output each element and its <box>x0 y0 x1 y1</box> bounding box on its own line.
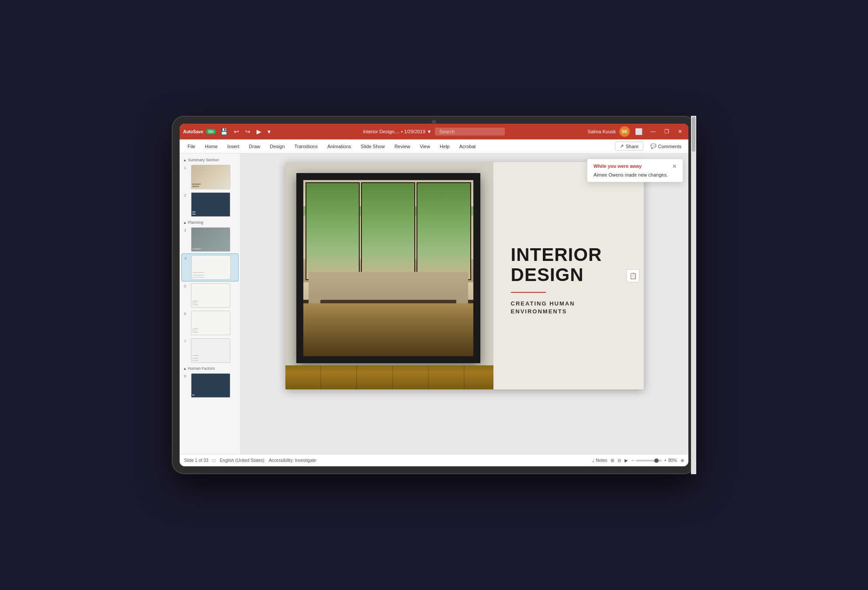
slide-thumb-8[interactable]: 8 ■■ <box>181 372 239 399</box>
window-pane-1 <box>306 182 360 280</box>
window-pane-3 <box>417 182 471 280</box>
restore-window-icon[interactable]: ⬜ <box>633 127 644 136</box>
restore-button[interactable]: ❐ <box>662 128 672 135</box>
tab-view[interactable]: View <box>415 142 434 151</box>
main-area: ▲ Summary Section 1 INTERIORDESIGN 2 ■■■… <box>180 153 688 454</box>
subtitle-line2: ENVIRONMENTS <box>511 308 567 315</box>
notes-button[interactable]: ♩ Notes <box>592 458 607 463</box>
notification-close-button[interactable]: ✕ <box>672 163 677 170</box>
slide-thumb-4[interactable]: 4 ─────────────────────────── <box>181 253 239 281</box>
section-label-human: Human Factors <box>188 366 215 371</box>
slide-thumb-3[interactable]: 3 PLANNING <box>181 226 239 253</box>
section-summary-1: ▲ Summary Section <box>180 156 240 163</box>
fit-page-icon[interactable]: ⊕ <box>681 458 684 463</box>
tab-design[interactable]: Design <box>265 142 289 151</box>
zoom-in-button[interactable]: + <box>664 458 667 463</box>
slide-thumb-5[interactable]: 5 ┌─┬─┐│ │ │└─┴─┘ <box>181 282 239 309</box>
slide-num-7: 7 <box>184 339 189 344</box>
accessibility-label[interactable]: Accessibility: Investigate <box>269 458 316 463</box>
file-title[interactable]: Interior Design.... • 1/29/2019 ▼ <box>363 129 432 134</box>
status-left: Slide 1 of 33 □ English (United States) … <box>184 458 587 463</box>
slide-num-6: 6 <box>184 312 189 316</box>
notification-title: While you were away <box>594 163 642 170</box>
tab-home[interactable]: Home <box>201 142 222 151</box>
user-name: Salma Kuusk <box>587 129 616 134</box>
zoom-slider[interactable] <box>636 460 662 462</box>
minimize-button[interactable]: — <box>648 128 658 135</box>
preview-text-1: INTERIORDESIGN <box>192 184 229 188</box>
section-label-1: Summary Section <box>188 158 219 162</box>
tab-transitions[interactable]: Transitions <box>290 142 322 151</box>
slide-thumb-6[interactable]: 6 ┌─┬─┐│ │ │└─┴─┘ <box>181 309 239 337</box>
zoom-slider-thumb <box>654 458 659 463</box>
close-button[interactable]: ✕ <box>675 128 685 135</box>
tab-file[interactable]: File <box>183 142 200 151</box>
slide-divider <box>511 292 546 293</box>
slide-num-5: 5 <box>184 284 189 288</box>
comments-button[interactable]: 💬 Comments <box>647 142 685 150</box>
customize-icon[interactable]: ▾ <box>266 127 272 136</box>
tab-animations[interactable]: Animations <box>323 142 355 151</box>
save-icon[interactable]: 💾 <box>219 127 229 136</box>
room-floor <box>303 303 473 356</box>
canvas-area[interactable]: While you were away ✕ Aimee Owens made n… <box>241 153 688 454</box>
tab-acrobat[interactable]: Acrobat <box>455 142 480 151</box>
tab-help[interactable]: Help <box>435 142 454 151</box>
slide-preview-3[interactable]: PLANNING <box>191 227 230 252</box>
present-icon[interactable]: ▶ <box>255 127 263 136</box>
slide-preview-4[interactable]: ─────────────────────────── <box>191 255 231 280</box>
slide-preview-2[interactable]: ■■■■■■ <box>191 192 230 217</box>
undo-icon[interactable]: ↩ <box>232 127 241 136</box>
slide-preview-5[interactable]: ┌─┬─┐│ │ │└─┴─┘ <box>191 283 230 308</box>
notes-icon: ♩ <box>592 458 594 463</box>
view-reading-icon[interactable]: ▶ <box>625 458 628 463</box>
window-pane-2 <box>361 182 415 280</box>
slide-preview-8[interactable]: ■■ <box>191 373 230 398</box>
slide-preview-6[interactable]: ┌─┬─┐│ │ │└─┴─┘ <box>191 311 230 335</box>
slide-num-3: 3 <box>184 228 189 233</box>
share-button[interactable]: ↗ Share <box>615 142 643 151</box>
tab-draw[interactable]: Draw <box>245 142 265 151</box>
slide-options-button[interactable]: 📋 <box>626 269 639 282</box>
slide-thumb-2[interactable]: 2 ■■■■■■ <box>181 191 239 218</box>
view-normal-icon[interactable]: ⊞ <box>611 458 614 463</box>
slide-canvas[interactable]: INTERIOR DESIGN CREATING HUMAN ENVIRONME… <box>285 162 644 389</box>
room-image-frame <box>296 173 480 363</box>
redo-icon[interactable]: ↪ <box>243 127 252 136</box>
title-line1: INTERIOR <box>511 244 602 265</box>
title-bar-left: AutoSave On 💾 ↩ ↪ ▶ ▾ <box>183 127 363 136</box>
section-arrow-1: ▲ <box>183 158 187 162</box>
notification-body: Aimee Owens made new changes. <box>594 172 677 177</box>
view-slide-icon[interactable]: ⊟ <box>618 458 621 463</box>
tab-review[interactable]: Review <box>390 142 414 151</box>
section-planning: ▲ Planning <box>180 219 240 226</box>
slide-thumb-1[interactable]: 1 INTERIORDESIGN <box>181 163 239 191</box>
preview-text-2: ■■■■■■ <box>192 211 229 215</box>
slide-panel[interactable]: ▲ Summary Section 1 INTERIORDESIGN 2 ■■■… <box>180 153 241 454</box>
slide-num-2: 2 <box>184 193 189 198</box>
slide-image-section <box>285 162 493 389</box>
slide-thumb-7[interactable]: 7 ─────────────── <box>181 337 239 364</box>
preview-text-4: ─────────────────────────── <box>193 271 229 278</box>
preview-text-7: ─────────────── <box>192 354 229 361</box>
section-arrow-3: ▲ <box>183 367 187 371</box>
slide-count: Slide 1 of 33 <box>184 458 208 463</box>
section-label-planning: Planning <box>188 220 203 225</box>
section-human-factors: ▲ Human Factors <box>180 364 240 371</box>
title-bar: AutoSave On 💾 ↩ ↪ ▶ ▾ Interior Design...… <box>180 124 688 139</box>
avatar[interactable]: SK <box>619 126 630 137</box>
tab-insert[interactable]: Insert <box>223 142 244 151</box>
room-image <box>303 180 473 356</box>
slide-preview-7[interactable]: ─────────────── <box>191 338 230 363</box>
title-bar-right: Salma Kuusk SK ⬜ — ❐ ✕ <box>505 126 685 137</box>
tab-slideshow[interactable]: Slide Show <box>356 142 389 151</box>
slide-subtitle: CREATING HUMAN ENVIRONMENTS <box>511 300 626 316</box>
autosave-toggle[interactable]: On <box>206 129 216 134</box>
status-bar: Slide 1 of 33 □ English (United States) … <box>180 454 688 466</box>
floor-planks <box>285 365 493 389</box>
slide-options-icon: 📋 <box>629 272 637 279</box>
zoom-out-button[interactable]: − <box>632 458 634 463</box>
slide-preview-1[interactable]: INTERIORDESIGN <box>191 165 230 189</box>
ribbon: File Home Insert Draw Design Transitions… <box>180 139 688 153</box>
search-input[interactable] <box>435 128 505 135</box>
